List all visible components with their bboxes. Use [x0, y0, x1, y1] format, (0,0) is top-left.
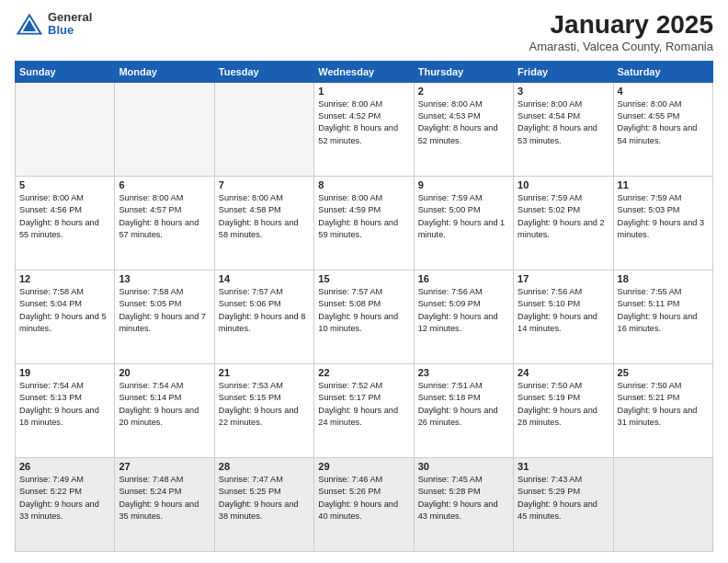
day-info: Sunrise: 8:00 AM Sunset: 4:52 PM Dayligh…: [318, 98, 409, 147]
calendar-cell: 5Sunrise: 8:00 AM Sunset: 4:56 PM Daylig…: [16, 176, 115, 270]
weekday-header-saturday: Saturday: [613, 61, 712, 82]
day-info: Sunrise: 7:58 AM Sunset: 5:05 PM Dayligh…: [119, 286, 210, 335]
day-number: 7: [219, 179, 310, 190]
calendar-cell: 25Sunrise: 7:50 AM Sunset: 5:21 PM Dayli…: [613, 363, 712, 457]
logo-text: General Blue: [48, 11, 92, 38]
calendar-cell: 6Sunrise: 8:00 AM Sunset: 4:57 PM Daylig…: [115, 176, 214, 270]
calendar-cell: 26Sunrise: 7:49 AM Sunset: 5:22 PM Dayli…: [16, 457, 115, 551]
calendar-cell: 1Sunrise: 8:00 AM Sunset: 4:52 PM Daylig…: [314, 82, 414, 176]
day-number: 8: [318, 179, 409, 190]
logo-icon: [15, 11, 44, 37]
day-number: 23: [418, 367, 509, 378]
calendar-cell: [16, 82, 115, 176]
calendar-cell: 9Sunrise: 7:59 AM Sunset: 5:00 PM Daylig…: [414, 176, 513, 270]
day-number: 14: [219, 273, 310, 284]
day-number: 31: [518, 461, 609, 472]
calendar-cell: 27Sunrise: 7:48 AM Sunset: 5:24 PM Dayli…: [115, 457, 214, 551]
week-row-1: 1Sunrise: 8:00 AM Sunset: 4:52 PM Daylig…: [16, 82, 713, 176]
calendar-cell: 14Sunrise: 7:57 AM Sunset: 5:06 PM Dayli…: [214, 270, 313, 363]
day-number: 4: [618, 86, 709, 97]
day-number: 6: [119, 179, 210, 190]
day-info: Sunrise: 7:50 AM Sunset: 5:21 PM Dayligh…: [618, 380, 709, 429]
week-row-4: 19Sunrise: 7:54 AM Sunset: 5:13 PM Dayli…: [16, 363, 713, 457]
calendar-cell: 21Sunrise: 7:53 AM Sunset: 5:15 PM Dayli…: [214, 363, 313, 457]
weekday-header-row: SundayMondayTuesdayWednesdayThursdayFrid…: [16, 61, 713, 82]
day-number: 21: [219, 367, 310, 378]
day-info: Sunrise: 7:54 AM Sunset: 5:13 PM Dayligh…: [19, 380, 110, 429]
day-info: Sunrise: 7:56 AM Sunset: 5:10 PM Dayligh…: [518, 286, 609, 335]
title-block: January 2025 Amarasti, Valcea County, Ro…: [529, 11, 713, 53]
weekday-header-thursday: Thursday: [414, 61, 513, 82]
day-info: Sunrise: 7:59 AM Sunset: 5:03 PM Dayligh…: [618, 192, 709, 241]
day-info: Sunrise: 7:55 AM Sunset: 5:11 PM Dayligh…: [618, 286, 709, 335]
calendar-cell: 16Sunrise: 7:56 AM Sunset: 5:09 PM Dayli…: [414, 270, 513, 363]
day-number: 16: [418, 273, 509, 284]
calendar-cell: 12Sunrise: 7:58 AM Sunset: 5:04 PM Dayli…: [16, 270, 115, 363]
day-info: Sunrise: 7:52 AM Sunset: 5:17 PM Dayligh…: [318, 380, 409, 429]
week-row-3: 12Sunrise: 7:58 AM Sunset: 5:04 PM Dayli…: [16, 270, 713, 363]
month-title: January 2025: [529, 11, 713, 40]
calendar-cell: 13Sunrise: 7:58 AM Sunset: 5:05 PM Dayli…: [115, 270, 214, 363]
day-number: 2: [418, 86, 509, 97]
day-info: Sunrise: 8:00 AM Sunset: 4:58 PM Dayligh…: [219, 192, 310, 241]
day-info: Sunrise: 8:00 AM Sunset: 4:53 PM Dayligh…: [418, 98, 509, 147]
calendar-table: SundayMondayTuesdayWednesdayThursdayFrid…: [15, 61, 713, 552]
logo-general: General: [48, 11, 92, 24]
day-info: Sunrise: 7:50 AM Sunset: 5:19 PM Dayligh…: [518, 380, 609, 429]
calendar-cell: [613, 457, 712, 551]
day-info: Sunrise: 7:53 AM Sunset: 5:15 PM Dayligh…: [219, 380, 310, 429]
calendar-cell: 23Sunrise: 7:51 AM Sunset: 5:18 PM Dayli…: [414, 363, 513, 457]
day-info: Sunrise: 7:43 AM Sunset: 5:29 PM Dayligh…: [518, 474, 609, 523]
calendar-cell: 31Sunrise: 7:43 AM Sunset: 5:29 PM Dayli…: [514, 457, 613, 551]
location: Amarasti, Valcea County, Romania: [529, 40, 713, 53]
day-info: Sunrise: 7:59 AM Sunset: 5:02 PM Dayligh…: [518, 192, 609, 241]
week-row-2: 5Sunrise: 8:00 AM Sunset: 4:56 PM Daylig…: [16, 176, 713, 270]
day-number: 15: [318, 273, 409, 284]
day-number: 10: [518, 179, 609, 190]
day-info: Sunrise: 7:56 AM Sunset: 5:09 PM Dayligh…: [418, 286, 509, 335]
calendar-cell: 19Sunrise: 7:54 AM Sunset: 5:13 PM Dayli…: [16, 363, 115, 457]
weekday-header-sunday: Sunday: [16, 61, 115, 82]
day-number: 28: [219, 461, 310, 472]
header: General Blue January 2025 Amarasti, Valc…: [15, 11, 713, 53]
calendar-cell: 11Sunrise: 7:59 AM Sunset: 5:03 PM Dayli…: [613, 176, 712, 270]
day-info: Sunrise: 7:48 AM Sunset: 5:24 PM Dayligh…: [119, 474, 210, 523]
calendar-cell: 30Sunrise: 7:45 AM Sunset: 5:28 PM Dayli…: [414, 457, 513, 551]
calendar-cell: 8Sunrise: 8:00 AM Sunset: 4:59 PM Daylig…: [314, 176, 414, 270]
day-info: Sunrise: 8:00 AM Sunset: 4:55 PM Dayligh…: [618, 98, 709, 147]
day-number: 18: [618, 273, 709, 284]
day-info: Sunrise: 7:54 AM Sunset: 5:14 PM Dayligh…: [119, 380, 210, 429]
calendar-cell: [115, 82, 214, 176]
day-info: Sunrise: 7:46 AM Sunset: 5:26 PM Dayligh…: [318, 474, 409, 523]
day-info: Sunrise: 7:57 AM Sunset: 5:06 PM Dayligh…: [219, 286, 310, 335]
weekday-header-tuesday: Tuesday: [214, 61, 313, 82]
weekday-header-wednesday: Wednesday: [314, 61, 414, 82]
day-number: 3: [518, 86, 609, 97]
calendar-cell: 2Sunrise: 8:00 AM Sunset: 4:53 PM Daylig…: [414, 82, 513, 176]
day-info: Sunrise: 8:00 AM Sunset: 4:57 PM Dayligh…: [119, 192, 210, 241]
calendar-cell: 15Sunrise: 7:57 AM Sunset: 5:08 PM Dayli…: [314, 270, 414, 363]
logo-blue: Blue: [48, 24, 92, 37]
day-info: Sunrise: 7:51 AM Sunset: 5:18 PM Dayligh…: [418, 380, 509, 429]
calendar-cell: 4Sunrise: 8:00 AM Sunset: 4:55 PM Daylig…: [613, 82, 712, 176]
day-number: 5: [19, 179, 110, 190]
day-number: 24: [518, 367, 609, 378]
calendar-cell: [214, 82, 313, 176]
day-info: Sunrise: 7:59 AM Sunset: 5:00 PM Dayligh…: [418, 192, 509, 241]
day-info: Sunrise: 8:00 AM Sunset: 4:54 PM Dayligh…: [518, 98, 609, 147]
day-info: Sunrise: 7:47 AM Sunset: 5:25 PM Dayligh…: [219, 474, 310, 523]
calendar-cell: 3Sunrise: 8:00 AM Sunset: 4:54 PM Daylig…: [514, 82, 613, 176]
day-number: 9: [418, 179, 509, 190]
week-row-5: 26Sunrise: 7:49 AM Sunset: 5:22 PM Dayli…: [16, 457, 713, 551]
day-info: Sunrise: 7:57 AM Sunset: 5:08 PM Dayligh…: [318, 286, 409, 335]
calendar-cell: 29Sunrise: 7:46 AM Sunset: 5:26 PM Dayli…: [314, 457, 414, 551]
day-info: Sunrise: 8:00 AM Sunset: 4:59 PM Dayligh…: [318, 192, 409, 241]
calendar-cell: 22Sunrise: 7:52 AM Sunset: 5:17 PM Dayli…: [314, 363, 414, 457]
calendar-cell: 20Sunrise: 7:54 AM Sunset: 5:14 PM Dayli…: [115, 363, 214, 457]
day-info: Sunrise: 7:49 AM Sunset: 5:22 PM Dayligh…: [19, 474, 110, 523]
day-info: Sunrise: 8:00 AM Sunset: 4:56 PM Dayligh…: [19, 192, 110, 241]
day-info: Sunrise: 7:45 AM Sunset: 5:28 PM Dayligh…: [418, 474, 509, 523]
logo: General Blue: [15, 11, 92, 38]
day-number: 30: [418, 461, 509, 472]
calendar-cell: 10Sunrise: 7:59 AM Sunset: 5:02 PM Dayli…: [514, 176, 613, 270]
